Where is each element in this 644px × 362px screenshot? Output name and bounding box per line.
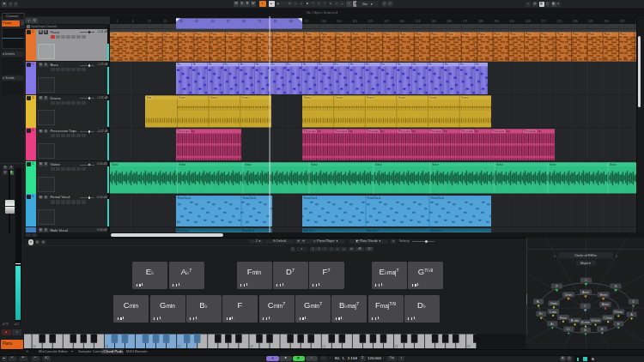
svg-text:Ba: Ba [240, 63, 244, 66]
svg-text:B♭: B♭ [537, 300, 540, 304]
svg-text:81: 81 [274, 20, 277, 23]
svg-text:Guitar: Guitar [432, 163, 439, 166]
svg-text:Drums: Drums [461, 96, 469, 100]
svg-text:Ba: Ba [398, 63, 401, 66]
svg-text:B♭min: B♭min [571, 319, 580, 323]
svg-text:Ba: Ba [319, 63, 322, 66]
svg-text:Guitar: Guitar [245, 163, 252, 166]
svg-text:113: 113 [337, 20, 342, 23]
svg-text:Piano: Piano [289, 33, 296, 36]
svg-text:Ba: Ba [366, 63, 369, 66]
svg-text:145: 145 [399, 20, 404, 23]
svg-text:233: 233 [573, 20, 578, 23]
svg-text:Piano: Piano [132, 33, 139, 36]
svg-text:33: 33 [179, 20, 183, 23]
svg-text:Piano: Piano [337, 33, 343, 36]
svg-text:Gmin: Gmin [550, 302, 557, 305]
svg-text:Cmin: Cmin [550, 311, 556, 314]
svg-text:Piano: Piano [164, 33, 171, 36]
svg-text:Piano: Piano [211, 33, 218, 36]
svg-text:Ba: Ba [224, 63, 228, 66]
svg-text:49: 49 [210, 20, 214, 23]
svg-text:193: 193 [494, 20, 499, 23]
svg-text:G#min: G#min [591, 319, 599, 323]
svg-text:Emin: Emin [600, 293, 607, 297]
svg-text:129: 129 [368, 20, 374, 23]
svg-text:Piano: Piano [416, 33, 422, 36]
svg-text:Piano: Piano [620, 33, 627, 36]
svg-text:Piano: Piano [495, 33, 501, 36]
svg-text:Dmin: Dmin [565, 293, 572, 297]
svg-text:241: 241 [588, 20, 593, 23]
svg-text:F: F [556, 285, 557, 288]
svg-text:Piano: Piano [557, 33, 564, 36]
svg-text:Guitar: Guitar [112, 163, 118, 166]
svg-text:Ba: Ba [209, 63, 212, 66]
svg-text:A♭: A♭ [550, 323, 554, 326]
svg-text:Guitar: Guitar [179, 163, 186, 166]
svg-text:C3: C3 [250, 345, 253, 348]
svg-text:Male Vocal: Male Vocal [177, 229, 189, 232]
svg-text:Piano: Piano [400, 33, 407, 36]
svg-text:Femal Vocal: Femal Vocal [304, 196, 318, 200]
svg-text:209: 209 [526, 20, 531, 23]
svg-text:Guitar: Guitar [375, 163, 382, 166]
svg-text:Guitar: Guitar [550, 163, 556, 166]
svg-text:201: 201 [510, 20, 515, 23]
svg-text:Fmin: Fmin [560, 317, 567, 320]
svg-text:41: 41 [195, 20, 198, 23]
svg-text:Cmin: Cmin [112, 33, 118, 36]
svg-text:177: 177 [463, 20, 468, 23]
svg-text:Ba: Ba [193, 63, 197, 66]
svg-text:Piano: Piano [589, 33, 596, 36]
svg-text:Piano: Piano [243, 33, 250, 36]
svg-text:Male Vocal: Male Vocal [303, 229, 315, 232]
svg-text:C2: C2 [178, 345, 181, 348]
svg-text:25: 25 [164, 20, 167, 23]
svg-text:Ba: Ba [445, 63, 448, 66]
svg-text:‹: ‹ [554, 254, 556, 258]
svg-text:C1: C1 [106, 345, 109, 348]
svg-text:Femal Vocal: Femal Vocal [368, 196, 381, 200]
svg-text:Bmin: Bmin [602, 303, 609, 306]
svg-text:Percussion Tops: Percussion Tops [524, 130, 542, 133]
svg-text:Piano: Piano [573, 33, 580, 36]
svg-text:Piano: Piano [306, 33, 313, 36]
svg-text:Piano: Piano [274, 33, 281, 36]
svg-text:Guitar: Guitar [311, 163, 318, 166]
svg-text:Guitar: Guitar [496, 163, 503, 166]
svg-text:Femal Vocal: Femal Vocal [243, 196, 257, 200]
svg-text:Drums: Drums [304, 96, 312, 100]
svg-text:Drums: Drums [179, 96, 186, 100]
svg-text:1: 1 [117, 20, 118, 23]
svg-text:Percussion Tops: Percussion Tops [461, 130, 479, 133]
svg-text:Piano: Piano [258, 33, 265, 36]
svg-text:Percussion Tops: Percussion Tops [429, 130, 447, 133]
svg-text:C4: C4 [323, 345, 326, 348]
svg-text:Piano: Piano [463, 33, 470, 36]
svg-text:Ba: Ba [256, 63, 259, 66]
svg-text:Piano: Piano [179, 33, 186, 36]
svg-text:Percussion Tops: Percussion Tops [367, 130, 385, 133]
svg-text:Percussion Tops: Percussion Tops [304, 130, 322, 133]
svg-text:Ba: Ba [288, 63, 291, 66]
svg-text:Piano: Piano [478, 33, 485, 36]
svg-text:17: 17 [148, 20, 151, 23]
svg-text:Intro: Intro [147, 96, 152, 100]
svg-text:G♭: G♭ [584, 329, 588, 332]
svg-text:C#min: C#min [604, 317, 612, 320]
svg-text:Ba: Ba [413, 63, 416, 66]
svg-text:73: 73 [258, 20, 261, 23]
svg-text:Circle of Fifths: Circle of Fifths [574, 253, 597, 257]
svg-text:Femal Vocal: Femal Vocal [178, 196, 191, 200]
svg-text:Male Vocal: Male Vocal [367, 229, 379, 232]
svg-text:Ba: Ba [477, 63, 480, 66]
svg-text:Drums: Drums [242, 96, 250, 100]
svg-text:C6: C6 [467, 345, 471, 348]
svg-text:121: 121 [352, 20, 357, 23]
svg-text:Male Vocal: Male Vocal [242, 229, 254, 232]
svg-text:257: 257 [620, 20, 625, 23]
svg-text:9: 9 [132, 20, 134, 23]
svg-text:Drums: Drums [367, 96, 374, 100]
svg-text:Major ▾: Major ▾ [580, 262, 591, 265]
